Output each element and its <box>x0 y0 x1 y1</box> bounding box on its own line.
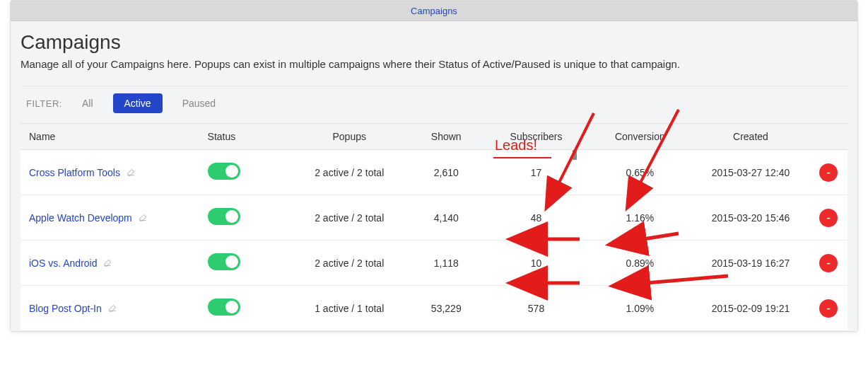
campaign-name-link[interactable]: Apple Watch Developm <box>29 212 132 224</box>
status-toggle[interactable] <box>208 163 240 180</box>
cell-conversion: 1.16% <box>588 212 692 224</box>
cell-created: 2015-03-27 12:40 <box>692 167 809 178</box>
edit-icon[interactable] <box>139 214 147 223</box>
top-tab-campaigns[interactable]: Campaigns <box>411 6 457 16</box>
table-row: iOS vs. Android 2 active / 2 total 1,118… <box>20 241 848 286</box>
delete-button[interactable]: - <box>819 299 838 318</box>
cell-popups: 2 active / 2 total <box>291 212 408 224</box>
cell-conversion: 0.65% <box>588 167 692 178</box>
edit-icon[interactable] <box>109 304 117 313</box>
cell-created: 2015-02-09 19:21 <box>692 303 809 314</box>
cell-shown: 4,140 <box>408 212 484 224</box>
delete-button[interactable]: - <box>819 163 838 182</box>
page-description: Manage all of your Campaigns here. Popup… <box>20 58 848 70</box>
filter-label: FILTER: <box>26 98 62 109</box>
cell-shown: 53,229 <box>408 303 484 314</box>
table-row: Blog Post Opt-In 1 active / 1 total 53,2… <box>20 286 848 331</box>
col-status[interactable]: Status <box>208 131 291 142</box>
filter-active[interactable]: Active <box>113 93 163 113</box>
col-conversion[interactable]: Conversion <box>588 131 692 142</box>
delete-button[interactable]: - <box>819 209 838 227</box>
col-created[interactable]: Created <box>692 131 809 142</box>
col-action <box>809 131 848 142</box>
table-header: Name Status Popups Shown Subscribers Con… <box>20 123 848 150</box>
filter-paused[interactable]: Paused <box>182 98 216 109</box>
cell-subscribers: 578 <box>484 303 588 314</box>
filter-row: FILTER: All Active Paused <box>20 86 848 123</box>
table-row: Cross Platform Tools 2 active / 2 total … <box>20 150 848 195</box>
top-tab-bar: Campaigns <box>11 1 857 21</box>
cell-subscribers: 10 <box>484 258 588 269</box>
cell-conversion: 1.09% <box>588 303 692 314</box>
delete-button[interactable]: - <box>819 254 838 272</box>
edit-icon[interactable] <box>127 168 135 178</box>
campaign-name-link[interactable]: Blog Post Opt-In <box>29 303 102 314</box>
cell-created: 2015-03-20 15:46 <box>692 212 809 224</box>
col-popups[interactable]: Popups <box>291 131 408 142</box>
cell-conversion: 0.89% <box>588 258 692 269</box>
filter-all[interactable]: All <box>82 98 93 109</box>
cell-created: 2015-03-19 16:27 <box>692 258 809 269</box>
table-row: Apple Watch Developm 2 active / 2 total … <box>20 195 848 241</box>
cell-popups: 2 active / 2 total <box>291 167 408 178</box>
edit-icon[interactable] <box>104 259 112 268</box>
status-toggle[interactable] <box>208 208 240 225</box>
col-shown[interactable]: Shown <box>408 131 484 142</box>
campaign-name-link[interactable]: iOS vs. Android <box>29 258 98 269</box>
col-subscribers[interactable]: Subscribers <box>484 131 588 142</box>
campaigns-table: Name Status Popups Shown Subscribers Con… <box>20 123 848 331</box>
status-toggle[interactable] <box>208 299 240 316</box>
page-title: Campaigns <box>20 31 848 54</box>
campaigns-panel: Campaigns Campaigns Manage all of your C… <box>10 0 858 332</box>
cell-popups: 1 active / 1 total <box>291 303 408 314</box>
cell-subscribers: 17 <box>484 167 588 178</box>
col-name[interactable]: Name <box>20 131 208 142</box>
cell-popups: 2 active / 2 total <box>291 258 408 269</box>
campaign-name-link[interactable]: Cross Platform Tools <box>29 167 120 178</box>
status-toggle[interactable] <box>208 253 240 270</box>
cell-subscribers: 48 <box>484 212 588 224</box>
cell-shown: 2,610 <box>408 167 484 178</box>
cell-shown: 1,118 <box>408 258 484 269</box>
content-area: Campaigns Manage all of your Campaigns h… <box>11 21 857 331</box>
